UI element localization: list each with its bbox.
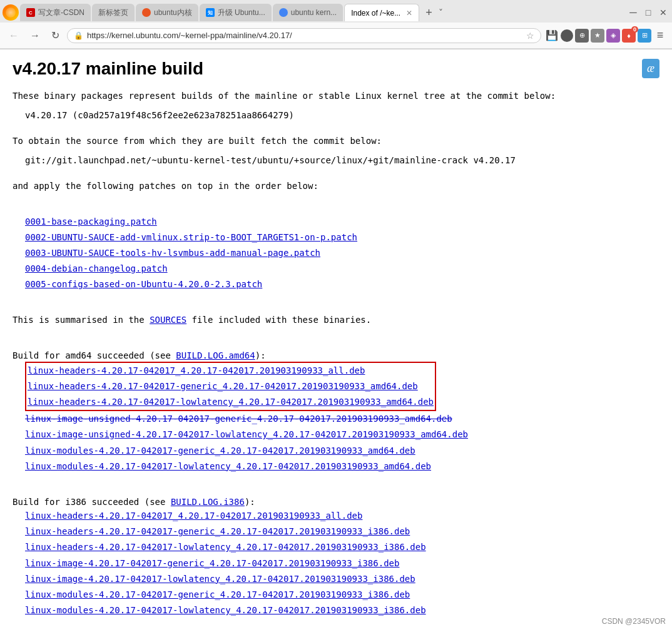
tab-ubuntu-kernel[interactable]: ubuntu内核	[136, 4, 198, 21]
description-line1: These binary packages represent builds o…	[13, 88, 659, 104]
ext3-icon[interactable]: ◈	[606, 29, 620, 43]
lock-icon: 🔒	[74, 31, 83, 40]
amd64-file-3[interactable]: linux-image-unsigned-4.20.17-042017-gene…	[25, 411, 659, 427]
page-title: v4.20.17 mainline build	[13, 59, 203, 79]
tab-upgrade-ubuntu[interactable]: 知 升级 Ubuntu...	[200, 4, 272, 21]
ae-icon: æ	[642, 59, 659, 78]
pocket-icon[interactable]: 💾	[545, 29, 559, 43]
i386-file-0[interactable]: linux-headers-4.20.17-042017_4.20.17-042…	[25, 508, 659, 524]
close-window-button[interactable]: ✕	[657, 6, 669, 19]
tab-newtab[interactable]: 新标签页	[92, 4, 135, 21]
sources-text2: file included with these binaries.	[186, 315, 371, 325]
tab-close-icon[interactable]: ✕	[406, 9, 412, 18]
sources-section: This is summarised in the SOURCES file i…	[13, 312, 659, 328]
patch-0003[interactable]: 0003-UBUNTU-SAUCE-tools-hv-lsvmbus-add-m…	[25, 245, 659, 261]
i386-file-list: linux-headers-4.20.17-042017_4.20.17-042…	[25, 508, 659, 618]
commit-hash: v4.20.17 (c0ad257a19f48c56f2ee2e623a7825…	[25, 110, 659, 120]
tab-list-chevron[interactable]: ˅	[439, 8, 443, 18]
browser-chrome: C 写文章-CSDN 新标签页 ubuntu内核 知 升级 Ubuntu... …	[0, 0, 672, 49]
patch-0001[interactable]: 0001-base-packaging.patch	[25, 214, 659, 230]
amd64-file-4[interactable]: linux-image-unsigned-4.20.17-042017-lowl…	[25, 427, 659, 442]
build-log-amd64[interactable]: BUILD.LOG.amd64	[176, 350, 255, 360]
build-suffix-amd64: ):	[255, 350, 266, 360]
build-header-i386: Build for i386 succeeded (see BUILD.LOG.…	[13, 497, 659, 507]
i386-file-6[interactable]: linux-modules-4.20.17-042017-lowlatency_…	[25, 603, 659, 618]
patches-list: 0001-base-packaging.patch 0002-UBUNTU-SA…	[25, 214, 659, 293]
i386-file-1[interactable]: linux-headers-4.20.17-042017-generic_4.2…	[25, 524, 659, 539]
menu-icon[interactable]: ≡	[653, 29, 667, 43]
i386-file-4[interactable]: linux-image-4.20.17-042017-lowlatency_4.…	[25, 571, 659, 587]
patch-0002[interactable]: 0002-UBUNTU-SAUCE-add-vmlinux.strip-to-B…	[25, 230, 659, 245]
i386-file-2[interactable]: linux-headers-4.20.17-042017-lowlatency_…	[25, 539, 659, 555]
highlighted-files-box: linux-headers-4.20.17-042017_4.20.17-042…	[25, 362, 436, 412]
amd64-file-0[interactable]: linux-headers-4.20.17-042017_4.20.17-042…	[26, 363, 435, 379]
build-prefix-amd64: Build for amd64 succeeded (see	[13, 350, 176, 360]
address-bar[interactable]: 🔒 https://kernel.ubuntu.com/~kernel-ppa/…	[67, 28, 541, 43]
patch-0005[interactable]: 0005-configs-based-on-Ubuntu-4.20.0-2.3.…	[25, 277, 659, 292]
sources-link[interactable]: SOURCES	[150, 315, 186, 325]
amd64-file-2[interactable]: linux-headers-4.20.17-042017-lowlatency_…	[26, 394, 435, 410]
url-text[interactable]: https://kernel.ubuntu.com/~kernel-ppa/ma…	[87, 31, 522, 40]
minimize-button[interactable]: ─	[627, 6, 639, 19]
tab-index-active[interactable]: Index of /~ke... ✕	[344, 4, 419, 21]
amd64-file-1[interactable]: linux-headers-4.20.17-042017-generic_4.2…	[26, 379, 435, 394]
git-url: git://git.launchpad.net/~ubuntu-kernel-t…	[25, 155, 659, 165]
amd64-file-6[interactable]: linux-modules-4.20.17-042017-lowlatency_…	[25, 459, 659, 474]
bookmark-star-icon[interactable]: ☆	[526, 31, 534, 41]
build-section-i386: Build for i386 succeeded (see BUILD.LOG.…	[13, 497, 659, 618]
fetch-line: To obtain the source from which they are…	[13, 133, 659, 149]
patch-0004[interactable]: 0004-debian-changelog.patch	[25, 261, 659, 277]
ext4-icon[interactable]: ♦ 0	[622, 29, 636, 43]
back-button[interactable]: ←	[5, 28, 23, 43]
tab-ubuntu-kern2[interactable]: ubuntu kern...	[273, 4, 343, 21]
firefox-icon	[3, 4, 19, 21]
i386-file-5[interactable]: linux-modules-4.20.17-042017-generic_4.2…	[25, 587, 659, 603]
tab-csdn[interactable]: C 写文章-CSDN	[20, 4, 91, 21]
new-tab-button[interactable]: +	[420, 6, 437, 19]
amd64-file-5[interactable]: linux-modules-4.20.17-042017-generic_4.2…	[25, 443, 659, 459]
i386-file-3[interactable]: linux-image-4.20.17-042017-generic_4.20.…	[25, 556, 659, 571]
account-icon[interactable]	[561, 29, 573, 42]
build-prefix-i386: Build for i386 succeeded (see	[13, 497, 171, 507]
build-suffix-i386: ):	[245, 497, 255, 507]
forward-button[interactable]: →	[26, 28, 44, 43]
watermark: CSDN @2345VOR	[602, 617, 666, 626]
page-content: v4.20.17 mainline build æ These binary p…	[0, 49, 672, 632]
reload-button[interactable]: ↻	[48, 28, 63, 43]
navigation-bar: ← → ↻ 🔒 https://kernel.ubuntu.com/~kerne…	[0, 23, 672, 49]
sources-text1: This is summarised in the	[13, 315, 150, 325]
tab-bar: C 写文章-CSDN 新标签页 ubuntu内核 知 升级 Ubuntu... …	[0, 0, 672, 23]
ext1-icon[interactable]: ⊕	[575, 29, 589, 43]
extension-icons: 💾 ⊕ ★ ◈ ♦ 0 ⊞ ≡	[545, 29, 667, 43]
build-section-amd64: Build for amd64 succeeded (see BUILD.LOG…	[13, 350, 659, 474]
ext2-icon[interactable]: ★	[591, 29, 604, 43]
ext5-icon[interactable]: ⊞	[638, 29, 651, 43]
patches-intro: and apply the following patches on top i…	[13, 178, 659, 194]
maximize-button[interactable]: □	[642, 6, 654, 19]
build-header-amd64: Build for amd64 succeeded (see BUILD.LOG…	[13, 350, 659, 360]
build-log-i386[interactable]: BUILD.LOG.i386	[171, 497, 245, 507]
